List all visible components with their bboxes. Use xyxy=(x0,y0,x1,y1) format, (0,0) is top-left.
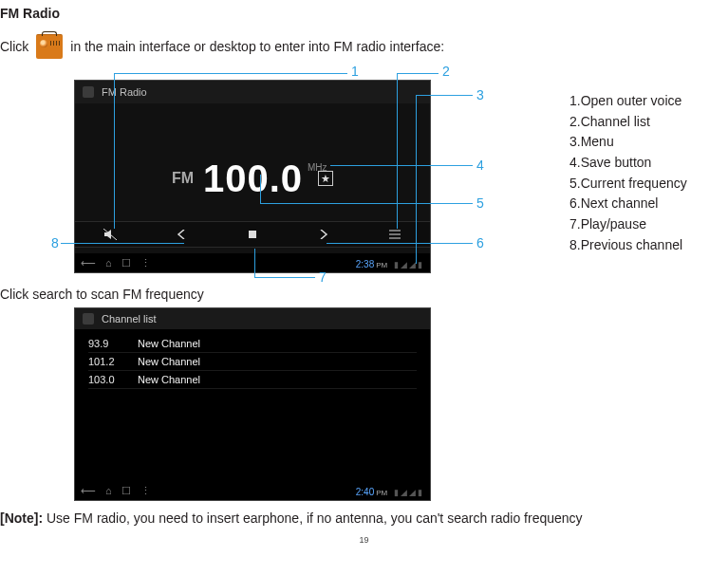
legend-item: 7.Play/pause xyxy=(569,214,687,235)
channel-list-item[interactable]: 101.2 New Channel xyxy=(88,353,417,371)
callout-number-2: 2 xyxy=(442,64,450,79)
fm-radio-app-icon xyxy=(36,34,63,59)
legend-item: 6.Next channel xyxy=(569,194,687,214)
page-number: 19 xyxy=(0,535,728,545)
nav-icons: ⟵ ⌂ ☐ ⋮ xyxy=(81,485,151,497)
callout-line xyxy=(61,243,184,244)
channel-name: New Channel xyxy=(138,356,200,367)
app-title: FM Radio xyxy=(102,86,147,98)
legend-item: 5.Current frequency xyxy=(569,174,687,195)
callout-number-3: 3 xyxy=(476,87,484,102)
channel-name: New Channel xyxy=(138,338,200,349)
status-ampm: PM xyxy=(376,489,387,497)
callout-legend: 1.Open outer voice 2.Channel list 3.Menu… xyxy=(569,91,687,256)
note-text: Use FM radio, you need to insert earphon… xyxy=(43,510,582,526)
fm-label: FM xyxy=(172,170,194,187)
note-label: [Note]: xyxy=(0,510,43,526)
mhz-label: MHz xyxy=(308,162,327,173)
callout-line xyxy=(330,165,473,166)
callout-number-4: 4 xyxy=(476,158,484,173)
star-icon: ★ xyxy=(321,173,330,185)
channel-list: 93.9 New Channel 101.2 New Channel 103.0… xyxy=(75,329,430,395)
channel-list-titlebar: Channel list xyxy=(75,308,430,329)
note: [Note]: Use FM radio, you need to insert… xyxy=(0,510,728,526)
callout-line xyxy=(260,203,473,204)
channel-list-title: Channel list xyxy=(102,313,156,325)
home-icon: ⌂ xyxy=(105,257,112,269)
back-icon: ⟵ xyxy=(81,257,96,269)
legend-item: 1.Open outer voice xyxy=(569,91,687,112)
callout-line xyxy=(254,249,255,277)
channel-list-screenshot: Channel list 93.9 New Channel 101.2 New … xyxy=(74,307,431,501)
channel-list-item[interactable]: 93.9 New Channel xyxy=(88,335,417,353)
callout-line xyxy=(327,243,473,244)
legend-item: 2.Channel list xyxy=(569,112,687,133)
callout-number-8: 8 xyxy=(51,235,59,250)
nav-icons: ⟵ ⌂ ☐ ⋮ xyxy=(81,257,151,269)
back-icon: ⟵ xyxy=(81,485,96,497)
channel-freq: 93.9 xyxy=(88,338,121,349)
fm-radio-screenshot-annotated: FM Radio FM 100.0 MHz ★ ⟵ ⌂ ☐ ⋮ xyxy=(74,65,522,283)
menu-icon: ⋮ xyxy=(140,257,151,269)
menu-icon: ⋮ xyxy=(140,485,151,497)
app-titlebar: FM Radio xyxy=(75,81,430,103)
app-icon xyxy=(83,86,94,98)
status-time-value: 2:40 xyxy=(356,487,374,497)
intro-pre: Click xyxy=(0,39,28,54)
app-icon xyxy=(83,313,94,325)
legend-item: 4.Save button xyxy=(569,153,687,174)
intro-line: Click in the main interface or desktop t… xyxy=(0,34,728,59)
callout-line xyxy=(416,95,417,264)
current-frequency: 100.0 xyxy=(203,158,303,200)
fm-radio-screenshot: FM Radio FM 100.0 MHz ★ ⟵ ⌂ ☐ ⋮ xyxy=(74,80,431,273)
home-icon: ⌂ xyxy=(105,485,112,497)
callout-number-7: 7 xyxy=(319,269,327,285)
intro-post: in the main interface or desktop to ente… xyxy=(70,39,444,54)
channel-list-button[interactable] xyxy=(373,224,417,245)
callout-line xyxy=(114,73,347,74)
status-ampm: PM xyxy=(376,261,387,269)
recents-icon: ☐ xyxy=(121,485,131,497)
system-statusbar: ⟵ ⌂ ☐ ⋮ 2:40PM ▮◢◢▮ xyxy=(75,481,430,500)
system-statusbar: ⟵ ⌂ ☐ ⋮ 2:38PM ▮◢◢▮ xyxy=(75,253,430,272)
callout-number-1: 1 xyxy=(351,64,359,79)
status-time: 2:40PM xyxy=(356,487,390,497)
channel-freq: 101.2 xyxy=(88,356,121,367)
callout-number-5: 5 xyxy=(476,195,484,211)
channel-name: New Channel xyxy=(138,374,200,385)
callout-number-6: 6 xyxy=(476,235,484,250)
speaker-toggle-button[interactable] xyxy=(88,224,132,245)
callout-line xyxy=(114,73,115,229)
recents-icon: ☐ xyxy=(121,257,131,269)
status-time-value: 2:38 xyxy=(356,259,374,269)
scan-instruction: Click search to scan FM frequency xyxy=(0,287,728,302)
status-time: 2:38PM xyxy=(356,259,390,269)
channel-freq: 103.0 xyxy=(88,374,121,385)
callout-line xyxy=(397,73,398,229)
page-title: FM Radio xyxy=(0,6,728,21)
callout-line xyxy=(260,175,261,203)
play-pause-button[interactable] xyxy=(231,224,274,245)
save-button[interactable]: ★ xyxy=(318,171,333,186)
svg-rect-1 xyxy=(249,231,256,238)
callout-line xyxy=(416,95,473,96)
callout-line xyxy=(397,73,439,74)
next-channel-button[interactable] xyxy=(302,224,345,245)
status-icons: ▮◢◢▮ xyxy=(394,488,424,497)
channel-list-item[interactable]: 103.0 New Channel xyxy=(88,371,417,389)
legend-item: 3.Menu xyxy=(569,132,687,153)
prev-channel-button[interactable] xyxy=(159,224,203,245)
callout-line xyxy=(254,277,315,278)
status-icons: ▮◢◢▮ xyxy=(394,260,424,269)
legend-item: 8.Previous channel xyxy=(569,235,687,256)
